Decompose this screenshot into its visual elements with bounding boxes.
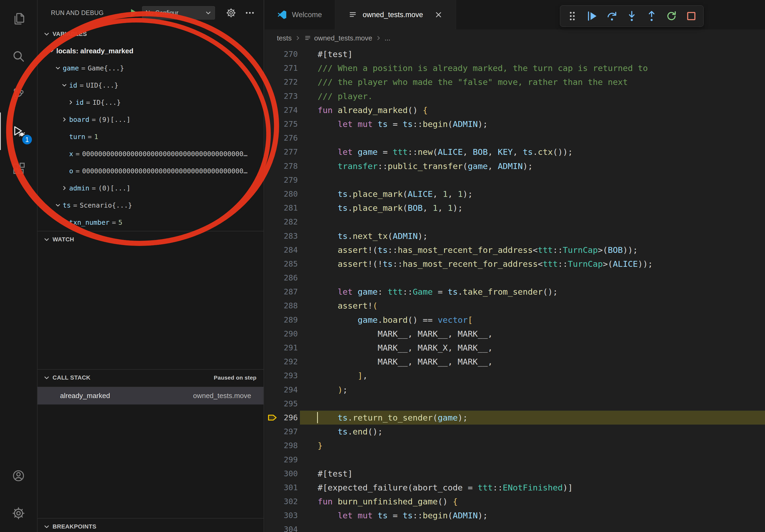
line-number[interactable]: 271 <box>280 64 298 73</box>
activity-bar-item-explorer[interactable] <box>0 0 37 38</box>
code-line-298[interactable]: 298} <box>265 438 765 452</box>
activity-bar-item-source-control[interactable] <box>0 75 37 113</box>
variable-board[interactable]: board=(9)[...] <box>38 111 264 128</box>
line-number[interactable]: 288 <box>280 301 298 310</box>
line-number[interactable]: 276 <box>280 133 298 142</box>
code-line-278[interactable]: 278 transfer::public_transfer(game, ADMI… <box>265 159 765 173</box>
step-over-button[interactable] <box>603 7 621 25</box>
code-line-279[interactable]: 279 <box>265 173 765 187</box>
code-line-292[interactable]: 292 MARK__, MARK__, MARK__, <box>265 355 765 369</box>
stop-button[interactable] <box>682 7 700 25</box>
call-stack-section-header[interactable]: CALL STACK Paused on step <box>38 369 264 386</box>
chevron-down-icon[interactable] <box>47 48 56 54</box>
variable-x[interactable]: x=00000000000000000000000000000000000000… <box>38 145 264 162</box>
variable-game[interactable]: game=Game{...} <box>38 60 264 77</box>
line-number[interactable]: 285 <box>280 259 298 268</box>
line-number[interactable]: 278 <box>280 161 298 171</box>
gear-icon[interactable] <box>226 8 237 18</box>
close-icon[interactable] <box>434 10 443 19</box>
activity-bar-item-run-and-debug[interactable]: 1 <box>0 113 37 150</box>
variable-o[interactable]: o=00000000000000000000000000000000000000… <box>38 162 264 179</box>
variable-txn_number[interactable]: txn_number=5 <box>38 214 264 231</box>
activity-bar-item-extensions[interactable] <box>0 150 37 187</box>
line-number[interactable]: 283 <box>280 231 298 241</box>
line-number[interactable]: 293 <box>280 371 298 380</box>
line-number[interactable]: 279 <box>280 175 298 184</box>
code-line-270[interactable]: 270#[test] <box>265 47 765 61</box>
code-line-296[interactable]: 296 ts.return_to_sender(game); <box>265 411 765 424</box>
code-line-293[interactable]: 293 ], <box>265 369 765 383</box>
line-number[interactable]: 304 <box>280 525 298 532</box>
code-line-286[interactable]: 286 <box>265 271 765 285</box>
code-line-271[interactable]: 271/// When a position is already marked… <box>265 61 765 75</box>
line-number[interactable]: 286 <box>280 273 298 282</box>
watch-section-header[interactable]: WATCH <box>38 231 264 247</box>
line-number[interactable]: 280 <box>280 189 298 198</box>
code-line-285[interactable]: 285 assert!(!ts::has_most_recent_for_add… <box>265 257 765 271</box>
line-number[interactable]: 287 <box>280 287 298 296</box>
code-line-283[interactable]: 283 ts.next_tx(ADMIN); <box>265 229 765 243</box>
code-line-276[interactable]: 276 <box>265 131 765 145</box>
chevron-down-icon[interactable] <box>53 65 63 71</box>
line-number[interactable]: 294 <box>280 385 298 394</box>
code-line-300[interactable]: 300#[test] <box>265 467 765 481</box>
code-line-303[interactable]: 303 let mut ts = ts::begin(ADMIN); <box>265 508 765 522</box>
variable-id[interactable]: id=ID{...} <box>38 94 264 111</box>
line-number[interactable]: 298 <box>280 441 298 450</box>
variable-id[interactable]: id=UID{...} <box>38 77 264 94</box>
line-number[interactable]: 292 <box>280 357 298 366</box>
code-line-273[interactable]: 273/// player. <box>265 89 765 103</box>
line-number[interactable]: 281 <box>280 203 298 212</box>
tab-owned-tests-move[interactable]: owned_tests.move <box>335 0 456 30</box>
chevron-down-icon[interactable] <box>60 82 69 88</box>
chevron-right-icon[interactable] <box>60 117 69 123</box>
activity-bar-item-settings[interactable] <box>0 494 37 532</box>
chevron-down-icon[interactable] <box>53 202 63 208</box>
code-line-281[interactable]: 281 ts.place_mark(BOB, 1, 1); <box>265 201 765 215</box>
code-line-295[interactable]: 295 <box>265 397 765 411</box>
code-line-294[interactable]: 294 ); <box>265 383 765 397</box>
code-line-288[interactable]: 288 assert!( <box>265 299 765 313</box>
code-line-277[interactable]: 277 let game = ttt::new(ALICE, BOB, KEY,… <box>265 145 765 159</box>
line-number[interactable]: 303 <box>280 511 298 520</box>
breadcrumb-item[interactable]: owned_tests.move <box>304 34 372 42</box>
start-debugging-button[interactable] <box>128 7 140 19</box>
line-number[interactable]: 272 <box>280 78 298 87</box>
line-number[interactable]: 284 <box>280 245 298 254</box>
line-number[interactable]: 300 <box>280 469 298 478</box>
breadcrumb-item[interactable]: tests <box>277 34 292 42</box>
code-line-289[interactable]: 289 game.board() == vector[ <box>265 313 765 327</box>
chevron-right-icon[interactable] <box>66 100 76 105</box>
more-actions-icon[interactable] <box>245 8 255 18</box>
restart-button[interactable] <box>663 7 680 25</box>
tab-welcome[interactable]: Welcome <box>265 0 335 30</box>
variable-scope[interactable]: locals: already_marked <box>38 42 264 60</box>
activity-bar-item-search[interactable] <box>0 38 37 75</box>
line-number[interactable]: 277 <box>280 147 298 156</box>
stack-frame[interactable]: already_markedowned_tests.move <box>38 387 264 404</box>
variable-turn[interactable]: turn=1 <box>38 128 264 145</box>
code-line-282[interactable]: 282 <box>265 215 765 229</box>
variable-ts[interactable]: ts=Scenario{...} <box>38 197 264 214</box>
step-into-button[interactable] <box>623 7 641 25</box>
variable-admin[interactable]: admin=(0)[...] <box>38 179 264 197</box>
code-line-284[interactable]: 284 assert!(ts::has_most_recent_for_addr… <box>265 243 765 257</box>
chevron-right-icon[interactable] <box>60 185 69 191</box>
code-line-275[interactable]: 275 let mut ts = ts::begin(ADMIN); <box>265 117 765 131</box>
line-number[interactable]: 299 <box>280 455 298 464</box>
code-line-302[interactable]: 302fun burn_unfinished_game() { <box>265 494 765 508</box>
variables-section-header[interactable]: VARIABLES <box>38 26 264 42</box>
code-line-291[interactable]: 291 MARK__, MARK_X, MARK__, <box>265 341 765 355</box>
line-number[interactable]: 274 <box>280 106 298 115</box>
code-line-299[interactable]: 299 <box>265 452 765 466</box>
continue-button[interactable] <box>583 7 601 25</box>
line-number[interactable]: 270 <box>280 50 298 59</box>
step-out-button[interactable] <box>643 7 660 25</box>
code-line-280[interactable]: 280 ts.place_mark(ALICE, 1, 1); <box>265 187 765 201</box>
code-line-287[interactable]: 287 let game: ttt::Game = ts.take_from_s… <box>265 285 765 299</box>
line-number[interactable]: 289 <box>280 315 298 324</box>
code-line-297[interactable]: 297 ts.end(); <box>265 424 765 438</box>
code-line-290[interactable]: 290 MARK__, MARK__, MARK__, <box>265 327 765 341</box>
line-number[interactable]: 301 <box>280 483 298 492</box>
code-line-301[interactable]: 301#[expected_failure(abort_code = ttt::… <box>265 481 765 494</box>
